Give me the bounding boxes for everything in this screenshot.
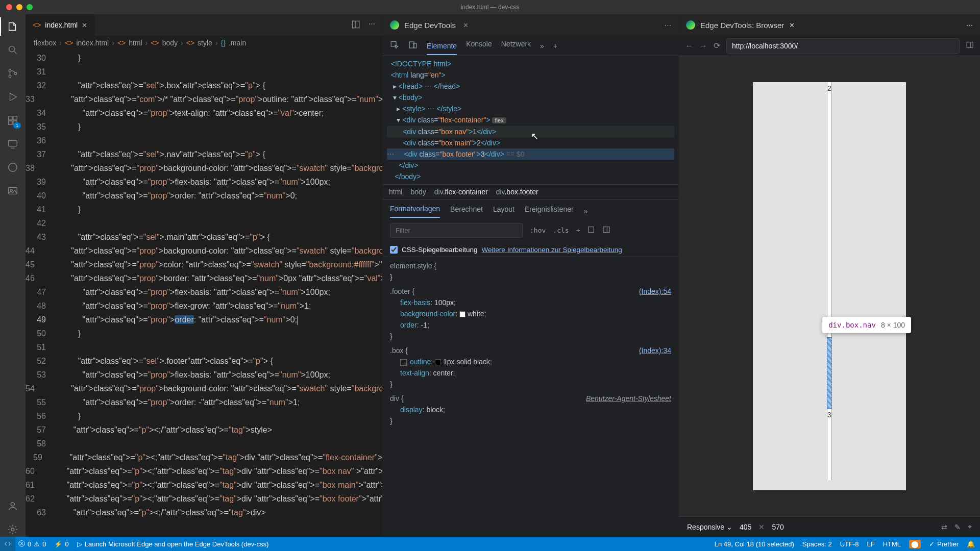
crumb-body[interactable]: body (410, 188, 426, 196)
css-mirror-label: CSS-Spiegelbearbeitung (402, 246, 478, 254)
close-window[interactable] (6, 4, 12, 10)
tooltip-dimensions: 8 × 100 (881, 321, 905, 329)
close-tab-icon[interactable]: ✕ (82, 21, 87, 29)
cursor-position[interactable]: Ln 49, Col 18 (10 selected) (715, 540, 794, 548)
add-rule-icon[interactable]: + (576, 227, 580, 234)
bc-0[interactable]: flexbox (34, 39, 56, 47)
search-icon[interactable] (6, 43, 20, 57)
bc-4[interactable]: style (198, 39, 212, 47)
viewport-width[interactable]: 405 (740, 523, 751, 531)
code-icon: <> (186, 39, 194, 47)
account-icon[interactable] (6, 499, 20, 513)
code-editor[interactable]: 30 }3132 "attr">class"eq">="sel">.box"at… (26, 50, 382, 537)
edge-tools-icon[interactable] (6, 160, 20, 174)
code-icon: <> (151, 39, 159, 47)
tab-index-html[interactable]: <> index.html ✕ (26, 14, 95, 36)
svg-point-13 (11, 528, 14, 531)
svg-rect-6 (9, 121, 12, 124)
css-mirror-checkbox[interactable] (390, 246, 398, 254)
tab-formatvorlagen[interactable]: Formatvorlagen (390, 205, 440, 218)
edge-icon (686, 20, 695, 30)
indentation[interactable]: Spaces: 2 (802, 540, 832, 548)
prettier-status[interactable]: ✓ Prettier (929, 540, 959, 548)
remote-indicator[interactable] (0, 537, 15, 551)
css-mirror-link[interactable]: Weitere Informationen zur Spiegelbearbei… (482, 246, 622, 254)
svg-rect-19 (603, 227, 609, 233)
toggle-hov[interactable]: :hov (530, 227, 546, 234)
devtools-toggle-icon[interactable] (966, 41, 974, 51)
gear-icon[interactable] (6, 522, 20, 537)
bc-5[interactable]: .main (229, 39, 246, 47)
bc-2[interactable]: html (129, 39, 142, 47)
device-select[interactable]: Responsive ⌄ (687, 523, 732, 531)
language-mode[interactable]: HTML (883, 540, 901, 548)
box-main: 2 (827, 82, 832, 337)
svg-point-1 (9, 69, 11, 72)
dom-tree[interactable]: <!DOCTYPE html> <html lang="en"> ▸ <head… (383, 56, 678, 184)
inspect-element-icon[interactable] (390, 40, 399, 51)
browser-tab[interactable]: Edge DevTools: Browser ✕ ⋯ (679, 14, 980, 36)
eyedropper-icon[interactable]: ✎ (954, 523, 961, 531)
extensions-badge: 1 (13, 122, 21, 129)
tab-elemente[interactable]: Elemente (427, 42, 457, 55)
rotate-icon[interactable]: ⇄ (941, 523, 947, 531)
bc-3[interactable]: body (162, 39, 178, 47)
more-tabs-icon[interactable]: » (540, 42, 544, 50)
bc-1[interactable]: index.html (76, 39, 109, 47)
add-tab-icon[interactable]: + (553, 42, 557, 50)
breadcrumb[interactable]: flexbox› <>index.html› <>html› <>body› <… (26, 36, 382, 50)
tab-konsole[interactable]: Konsole (466, 40, 492, 52)
close-tab-icon[interactable]: ✕ (463, 21, 469, 29)
tooltip-selector: div.box.nav (828, 321, 876, 329)
extensions-icon[interactable]: 1 (6, 113, 20, 128)
source-control-icon[interactable] (6, 66, 20, 81)
maximize-window[interactable] (27, 4, 33, 10)
back-icon[interactable]: ← (685, 41, 693, 51)
css-mirror-row: CSS-Spiegelbearbeitung Weitere Informati… (383, 243, 678, 257)
svg-rect-18 (589, 227, 594, 233)
tab-ereignislistener[interactable]: Ereignislistener (525, 205, 574, 217)
crumb-html[interactable]: html (389, 188, 402, 196)
minimize-window[interactable] (16, 4, 22, 10)
more-tabs-icon[interactable]: » (584, 207, 588, 215)
remote-explorer-icon[interactable] (6, 137, 20, 151)
rendered-page[interactable]: 2 div.box.nav 8 × 100 3 (753, 82, 906, 490)
styles-filter-input[interactable] (390, 223, 523, 238)
devtools-tab[interactable]: Edge DevTools ✕ ⋯ (383, 14, 678, 36)
viewport-height[interactable]: 570 (772, 523, 783, 531)
locate-icon[interactable]: ⌖ (968, 522, 972, 531)
eol[interactable]: LF (867, 540, 875, 548)
box-nav-highlighted (827, 337, 832, 409)
computed-toggle-icon[interactable] (587, 226, 595, 235)
edge-icon (390, 20, 399, 30)
sidebar-toggle-icon[interactable] (602, 226, 610, 235)
port-forward[interactable]: ⚡ 0 (54, 540, 68, 548)
window-title: index.html — dev-css (461, 4, 520, 11)
split-editor-icon[interactable] (351, 20, 360, 31)
run-debug-icon[interactable] (6, 90, 20, 104)
dom-breadcrumb[interactable]: html body div.flex-container div.box.foo… (383, 184, 678, 199)
tab-berechnet[interactable]: Berechnet (450, 205, 483, 217)
crumb-flex: div.flex-container (434, 188, 488, 196)
explorer-icon[interactable] (6, 19, 20, 34)
forward-icon[interactable]: → (699, 41, 707, 51)
url-input[interactable] (726, 38, 960, 54)
notifications-icon[interactable]: 🔔 (967, 540, 975, 548)
tab-netzwerk[interactable]: Netzwerk (501, 40, 531, 52)
reload-icon[interactable]: ⟳ (714, 41, 720, 51)
device-toggle-icon[interactable] (408, 40, 418, 51)
more-actions-icon[interactable]: ⋯ (966, 21, 973, 29)
launch-edge-button[interactable]: ▷ Launch Microsoft Edge and open the Edg… (77, 540, 269, 548)
more-actions-icon[interactable]: ⋯ (369, 20, 375, 31)
tab-layout[interactable]: Layout (493, 205, 514, 217)
more-actions-icon[interactable]: ⋯ (665, 21, 671, 29)
encoding[interactable]: UTF-8 (840, 540, 859, 548)
toggle-cls[interactable]: .cls (553, 227, 569, 234)
styles-body[interactable]: element.style {} .footer {(Index):54flex… (383, 257, 678, 537)
errors-count[interactable]: ⓧ 0 ⚠ 0 (18, 539, 46, 548)
edge-status-icon[interactable]: ⬤ (909, 540, 921, 548)
svg-point-3 (14, 72, 17, 75)
activity-bar: 1 (0, 14, 26, 537)
close-tab-icon[interactable]: ✕ (789, 21, 795, 29)
photo-icon[interactable] (6, 184, 20, 198)
